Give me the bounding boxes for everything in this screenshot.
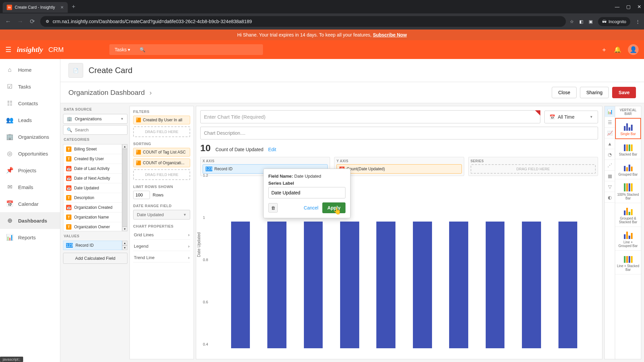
scroll-down-button[interactable]: ▼ xyxy=(122,245,127,250)
pie-category-icon[interactable]: ◔ xyxy=(605,149,615,160)
prop-trend-line[interactable]: Trend Line› xyxy=(133,253,190,262)
filter-dropzone[interactable]: DRAG FIELD HERE xyxy=(133,126,190,137)
popover-cancel-button[interactable]: Cancel xyxy=(304,205,319,210)
summary-edit-link[interactable]: Edit xyxy=(268,147,276,152)
y-axis-chip[interactable]: 📅Count(Date Updated) xyxy=(336,164,462,174)
sort-dropzone[interactable]: DRAG FIELD HERE xyxy=(133,169,190,180)
scroll-up-button[interactable]: ▲ xyxy=(122,144,127,149)
chart-type-stacked-bar[interactable]: Stacked Bar xyxy=(615,139,641,159)
prop-legend[interactable]: Legend› xyxy=(133,242,190,251)
hamburger-icon[interactable]: ☰ xyxy=(5,46,11,54)
categories-list[interactable]: TBilling Street TCreated By User 📅Date o… xyxy=(63,144,122,231)
series-label-input[interactable] xyxy=(268,187,345,198)
close-button[interactable]: Close xyxy=(552,87,577,98)
sidebar-item-calendar[interactable]: 📅Calendar xyxy=(0,195,60,212)
subscribe-link[interactable]: Subscribe Now xyxy=(373,32,407,38)
sidebar-item-projects[interactable]: 📌Projects xyxy=(0,162,60,179)
reload-button[interactable]: ⟳ xyxy=(28,18,36,25)
bookmark-icon[interactable]: ☆ xyxy=(570,19,574,24)
search-scope-dropdown[interactable]: Tasks ▾ xyxy=(109,44,136,55)
breadcrumb[interactable]: Organization Dashboard › xyxy=(68,88,152,97)
sidebar-item-organizations[interactable]: 🏢Organizations xyxy=(0,128,60,145)
line-category-icon[interactable]: 📈 xyxy=(605,128,615,138)
sidebar-item-home[interactable]: ⌂Home xyxy=(0,62,60,78)
table-category-icon[interactable]: ▦ xyxy=(605,171,615,181)
field-item[interactable]: TBilling Street xyxy=(63,144,122,154)
close-window-icon[interactable]: ✕ xyxy=(637,4,641,9)
avatar[interactable]: 👤 xyxy=(628,44,639,55)
time-filter-select[interactable]: 📅 All Time ▼ xyxy=(544,111,598,123)
value-item[interactable]: 123Record ID xyxy=(63,241,122,250)
scatter-category-icon[interactable]: ⋰ xyxy=(605,160,615,171)
save-button[interactable]: Save xyxy=(612,87,636,98)
field-item[interactable]: TDescription xyxy=(63,193,122,203)
limit-input[interactable] xyxy=(133,191,150,199)
field-label: Record ID xyxy=(75,243,94,248)
new-tab-button[interactable]: + xyxy=(72,3,75,10)
incognito-badge[interactable]: 🕶 Incognito xyxy=(598,17,630,26)
data-source-select[interactable]: 🏢 Organizations ▼ xyxy=(63,114,127,124)
field-item[interactable]: TCreated By User xyxy=(63,154,122,164)
bar-category-icon[interactable]: 📊 xyxy=(605,106,615,117)
sidebar-item-opportunities[interactable]: ◎Opportunities xyxy=(0,145,60,162)
popover-apply-button[interactable]: Apply xyxy=(322,202,345,213)
extensions-icon[interactable]: ◧ xyxy=(579,19,583,24)
type-label: Stacked Bar xyxy=(619,153,637,156)
back-button[interactable]: ← xyxy=(4,18,12,25)
panel-icon[interactable]: ▣ xyxy=(589,19,593,24)
chart-type-grouped-stacked-bar[interactable]: Grouped & Stacked Bar xyxy=(615,203,641,227)
field-search-input[interactable] xyxy=(75,127,124,132)
notifications-icon[interactable]: 🔔 xyxy=(614,46,621,53)
sidebar-item-reports[interactable]: 📊Reports xyxy=(0,229,60,246)
maximize-icon[interactable]: ▢ xyxy=(626,4,631,9)
prop-grid-lines[interactable]: Grid Lines› xyxy=(133,230,190,240)
scroll-up-button[interactable]: ▲ xyxy=(122,241,127,245)
minimize-icon[interactable]: — xyxy=(615,4,620,9)
close-tab-icon[interactable]: ✕ xyxy=(60,5,64,10)
field-item[interactable]: 📅Date of Last Activity xyxy=(63,164,122,174)
popover-delete-button[interactable]: 🗑 xyxy=(268,203,278,213)
forward-button[interactable]: → xyxy=(16,18,24,25)
chart-type-list: VERTICAL BAR Single Bar Stacked Bar Grou… xyxy=(615,106,641,359)
chart-type-single-bar[interactable]: Single Bar xyxy=(615,118,641,139)
chart-type-100-stacked-bar[interactable]: 100% Stacked Bar xyxy=(615,179,641,203)
sort-chip[interactable]: TCOUNT of Tag List ASC xyxy=(133,148,190,157)
field-item[interactable]: 📅Date Updated xyxy=(63,183,122,193)
sidebar-item-emails[interactable]: ✉Emails xyxy=(0,179,60,195)
chart-type-line-grouped-bar[interactable]: Line + Grouped Bar xyxy=(615,227,641,251)
gauge-category-icon[interactable]: ◐ xyxy=(605,192,615,203)
sort-chip[interactable]: TCOUNT of Organizati... xyxy=(133,159,190,167)
logo[interactable]: insightly xyxy=(17,45,43,54)
add-calculated-field-button[interactable]: Add Calculated Field xyxy=(63,253,127,264)
hbar-category-icon[interactable]: ☰ xyxy=(605,117,615,128)
date-range-select[interactable]: Date Updated ▼ xyxy=(133,210,190,220)
menu-icon[interactable]: ⋮ xyxy=(636,19,640,24)
series-dropzone[interactable]: DRAG FIELD HERE xyxy=(471,164,596,174)
field-item[interactable]: TOrganization Name xyxy=(63,213,122,222)
field-item[interactable]: 📅Organization Created xyxy=(63,203,122,213)
field-item[interactable]: TOrganization Owner xyxy=(63,222,122,231)
sidebar-item-tasks[interactable]: ☑Tasks xyxy=(0,78,60,95)
chart-type-grouped-bar[interactable]: Grouped Bar xyxy=(615,159,641,179)
sharing-button[interactable]: Sharing xyxy=(580,87,609,98)
scroll-down-button[interactable]: ▼ xyxy=(122,227,127,231)
funnel-category-icon[interactable]: ▽ xyxy=(605,181,615,192)
filter-chip[interactable]: TCreated By User In all xyxy=(133,116,190,124)
sidebar-item-leads[interactable]: 👥Leads xyxy=(0,112,60,128)
field-item[interactable]: 📅Date of Next Activity xyxy=(63,174,122,183)
browser-tab[interactable]: in Create Card - Insightly ✕ xyxy=(3,2,68,13)
add-icon[interactable]: ＋ xyxy=(601,46,607,54)
chart-description-input[interactable]: Chart Description.... xyxy=(200,127,598,139)
chart-type-line-stacked-bar[interactable]: Line + Stacked Bar xyxy=(615,251,641,275)
scrollbar-track[interactable] xyxy=(122,149,127,227)
site-settings-icon[interactable]: ⚙ xyxy=(46,19,49,24)
sidebar-item-dashboards[interactable]: ⊕Dashboards xyxy=(0,212,60,229)
chart-title-input[interactable]: Enter Chart Title (Required) xyxy=(200,110,540,123)
sidebar-item-contacts[interactable]: ☷Contacts xyxy=(0,95,60,112)
chart-bar xyxy=(376,222,395,348)
time-filter-value: All Time xyxy=(558,114,575,120)
url-bar[interactable]: ⚙ crm.na1.insightly.com/Dashboards/Creat… xyxy=(40,16,566,27)
area-category-icon[interactable]: ▲ xyxy=(605,138,615,149)
search-input[interactable] xyxy=(136,44,263,55)
text-field-icon: T xyxy=(66,146,71,152)
